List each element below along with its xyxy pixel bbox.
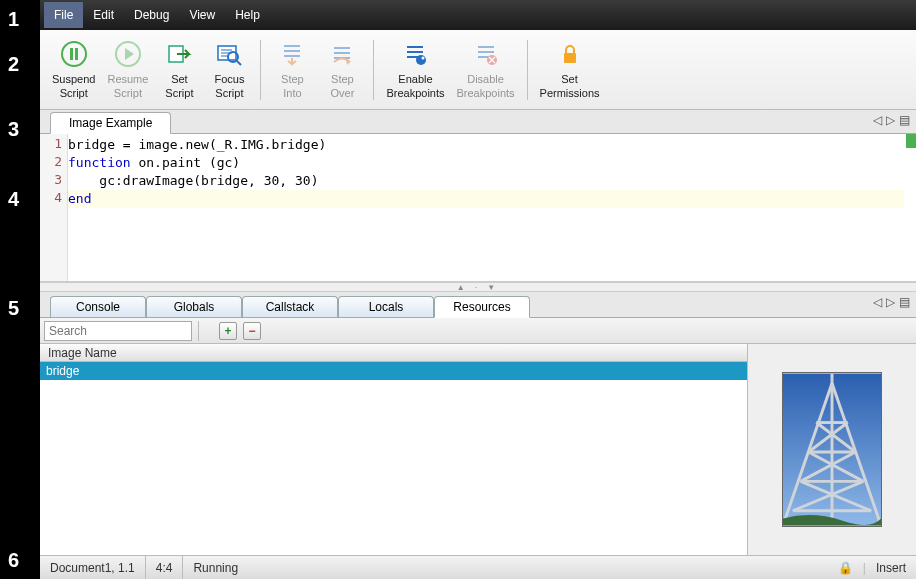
status-state: Running (183, 556, 248, 579)
annotation-numbers-column: 1 2 3 4 5 6 (0, 0, 40, 579)
sync-indicator (906, 134, 916, 148)
lock-icon (555, 39, 585, 69)
svg-rect-30 (564, 53, 576, 63)
status-cursor-position: 4:4 (146, 556, 184, 579)
disable-breakpoints-icon (471, 39, 501, 69)
remove-resource-button[interactable]: − (243, 322, 261, 340)
focus-script-button[interactable]: Focus Script (204, 35, 254, 103)
resource-row[interactable]: bridge (40, 362, 747, 380)
bottom-pane-tabs: Console Globals Callstack Locals Resourc… (40, 292, 916, 318)
code-text: gc:drawImage(bridge, 30, 30) (68, 173, 318, 188)
status-insert-mode: Insert (876, 561, 906, 575)
svg-line-11 (237, 61, 241, 65)
list-empty-area (40, 380, 747, 555)
disable-breakpoints-button: Disable Breakpoints (451, 35, 521, 103)
resume-script-button: Resume Script (101, 35, 154, 103)
marker-1: 1 (8, 8, 19, 31)
nav-next-icon[interactable]: ▷ (886, 295, 895, 309)
svg-point-23 (422, 57, 425, 60)
enable-breakpoints-button[interactable]: Enable Breakpoints (380, 35, 450, 103)
add-resource-button[interactable]: + (219, 322, 237, 340)
step-into-icon (277, 39, 307, 69)
column-header-image-name[interactable]: Image Name (40, 344, 747, 362)
search-input[interactable] (44, 321, 192, 341)
toolbar: Suspend Script Resume Script Set Script … (40, 30, 916, 110)
status-document: Document1, 1.1 (40, 556, 146, 579)
enable-breakpoints-icon (400, 39, 430, 69)
suspend-script-button[interactable]: Suspend Script (46, 35, 101, 103)
status-bar: Document1, 1.1 4:4 Running 🔒 | Insert (40, 555, 916, 579)
tab-callstack[interactable]: Callstack (242, 296, 338, 318)
svg-rect-1 (70, 48, 73, 60)
code-editor[interactable]: 1 2 3 4 bridge = image.new(_R.IMG.bridge… (40, 134, 916, 282)
tab-resources[interactable]: Resources (434, 296, 530, 318)
marker-5: 5 (8, 297, 19, 320)
set-script-icon (164, 39, 194, 69)
line-number: 3 (40, 172, 68, 187)
marker-3: 3 (8, 118, 19, 141)
nav-list-icon[interactable]: ▤ (899, 113, 910, 127)
set-permissions-button[interactable]: Set Permissions (534, 35, 606, 103)
resources-list: Image Name bridge (40, 344, 748, 555)
line-number: 2 (40, 154, 68, 169)
svg-point-22 (416, 55, 426, 65)
nav-prev-icon[interactable]: ◁ (873, 295, 882, 309)
menubar: File Edit Debug View Help (40, 0, 916, 30)
svg-marker-4 (125, 48, 134, 60)
lock-icon: 🔒 (838, 561, 853, 575)
svg-point-0 (62, 42, 86, 66)
tab-nav: ◁ ▷ ▤ (873, 113, 910, 127)
menu-edit[interactable]: Edit (83, 2, 124, 28)
keyword: end (68, 191, 91, 206)
menu-view[interactable]: View (179, 2, 225, 28)
menu-help[interactable]: Help (225, 2, 270, 28)
tab-locals[interactable]: Locals (338, 296, 434, 318)
bridge-image-preview (782, 372, 882, 527)
document-tab[interactable]: Image Example (50, 112, 171, 134)
set-script-button[interactable]: Set Script (154, 35, 204, 103)
tab-globals[interactable]: Globals (146, 296, 242, 318)
svg-rect-2 (75, 48, 78, 60)
resources-toolbar: + − (40, 318, 916, 344)
tab-console[interactable]: Console (50, 296, 146, 318)
code-area[interactable]: bridge = image.new(_R.IMG.bridge) functi… (68, 134, 904, 281)
divider (198, 321, 199, 341)
marker-4: 4 (8, 188, 19, 211)
step-over-button: Step Over (317, 35, 367, 103)
code-text: bridge = image.new(_R.IMG.bridge) (68, 137, 326, 152)
pause-icon (59, 39, 89, 69)
play-icon (113, 39, 143, 69)
toolbar-divider (373, 40, 374, 100)
marker-2: 2 (8, 53, 19, 76)
marker-6: 6 (8, 549, 19, 572)
magnifier-icon (214, 39, 244, 69)
pane-nav: ◁ ▷ ▤ (873, 295, 910, 309)
nav-next-icon[interactable]: ▷ (886, 113, 895, 127)
step-over-icon (327, 39, 357, 69)
step-into-button: Step Into (267, 35, 317, 103)
toolbar-divider (527, 40, 528, 100)
line-number: 1 (40, 136, 68, 151)
nav-list-icon[interactable]: ▤ (899, 295, 910, 309)
line-number: 4 (40, 190, 68, 205)
menu-file[interactable]: File (44, 2, 83, 28)
horizontal-splitter[interactable]: ▲ · ▼ (40, 282, 916, 292)
menu-debug[interactable]: Debug (124, 2, 179, 28)
nav-prev-icon[interactable]: ◁ (873, 113, 882, 127)
resource-preview (748, 344, 916, 555)
keyword: function (68, 155, 131, 170)
toolbar-divider (260, 40, 261, 100)
resources-body: Image Name bridge (40, 344, 916, 555)
document-tab-row: Image Example ◁ ▷ ▤ (40, 110, 916, 134)
code-text: on.paint (gc) (131, 155, 241, 170)
